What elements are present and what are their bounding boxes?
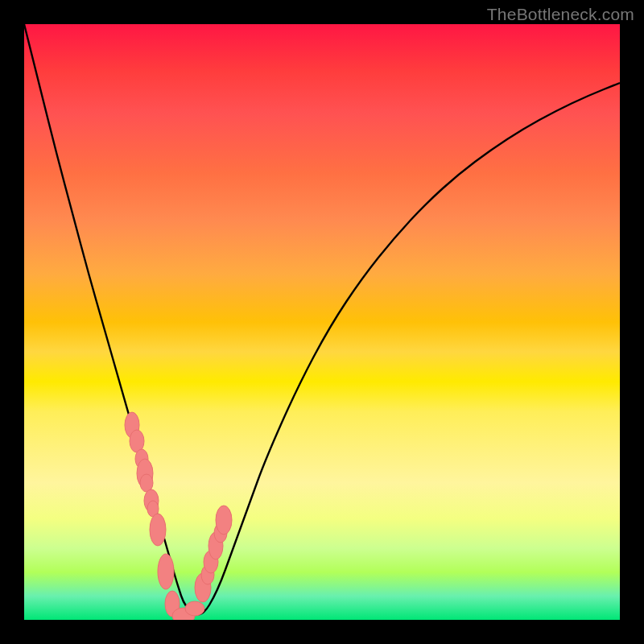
highlight-marker	[185, 601, 204, 616]
bottleneck-curve-path	[24, 24, 620, 614]
highlight-marker	[150, 514, 166, 546]
plot-area	[24, 24, 620, 620]
watermark-text: TheBottleneck.com	[487, 5, 634, 24]
bottleneck-curve-svg	[24, 24, 620, 620]
highlight-marker	[158, 554, 174, 589]
highlight-marker	[216, 506, 232, 535]
chart-frame: TheBottleneck.com	[0, 0, 644, 644]
